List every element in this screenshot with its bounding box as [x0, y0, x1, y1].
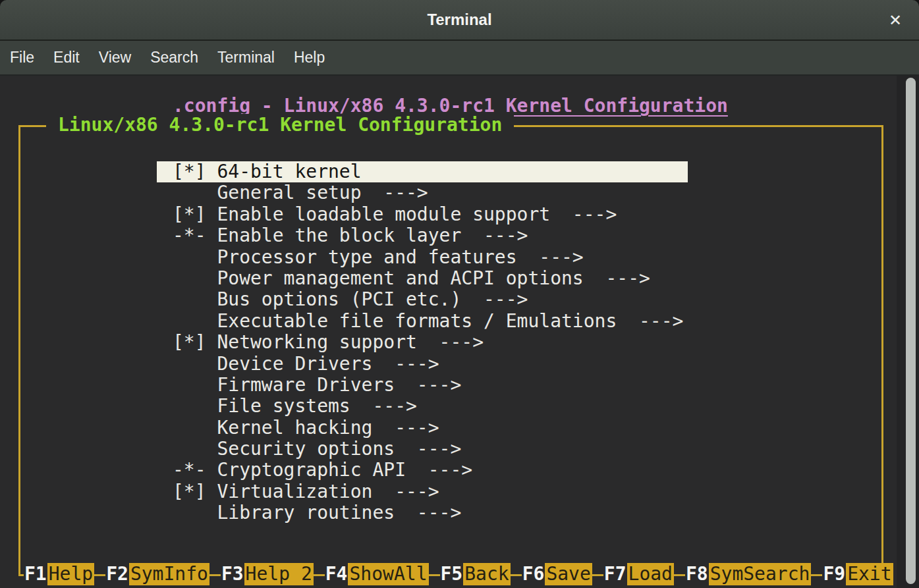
- fkey-f8[interactable]: F8SymSearch: [685, 563, 811, 585]
- fkey-f6[interactable]: F6Save: [522, 563, 592, 585]
- menu-item-text: Library routines --->: [173, 502, 461, 523]
- fkey-f5[interactable]: F5Back: [440, 563, 511, 585]
- fkey-number: F6: [522, 563, 545, 585]
- fkey-action-label: ShowAll: [348, 563, 428, 585]
- menu-item-text: [*] 64-bit kernel: [157, 161, 688, 182]
- fkey-f4[interactable]: F4ShowAll: [325, 563, 429, 585]
- menubar-item-help[interactable]: Help: [294, 49, 325, 67]
- menu-item-text: [*] Networking support --->: [173, 331, 484, 353]
- menu-item-text: Power management and ACPI options --->: [173, 267, 650, 289]
- menubar-item-search[interactable]: Search: [150, 49, 198, 67]
- fkey-action-label: Exit: [846, 563, 893, 585]
- menu-item[interactable]: Device Drivers --->: [157, 354, 688, 375]
- menu-item[interactable]: File systems --->: [157, 396, 688, 417]
- config-box-title: Linux/x86 4.3.0-rc1 Kernel Configuration: [46, 114, 514, 136]
- menubar-item-file[interactable]: File: [10, 49, 34, 67]
- menu-item[interactable]: General setup --->: [157, 182, 688, 203]
- config-menu-list: [*] 64-bit kernel General setup --->[*] …: [157, 161, 688, 524]
- close-icon[interactable]: ✕: [883, 9, 907, 32]
- menu-item[interactable]: -*- Cryptographic API --->: [157, 460, 688, 481]
- menu-item[interactable]: Security options --->: [157, 439, 688, 460]
- menu-item[interactable]: Firmware Drivers --->: [157, 375, 688, 396]
- menu-item-text: Kernel hacking --->: [173, 417, 439, 439]
- fkey-number: F9: [822, 563, 846, 585]
- menu-item[interactable]: Executable file formats / Emulations ---…: [157, 311, 688, 332]
- menu-item-text: [*] Enable loadable module support --->: [173, 203, 617, 225]
- fkey-action-label: SymSearch: [709, 563, 812, 585]
- fkey-number: F7: [603, 563, 627, 585]
- fkey-number: F4: [325, 563, 348, 585]
- menu-item-text: Device Drivers --->: [173, 353, 439, 375]
- menu-item-text: File systems --->: [173, 395, 417, 417]
- fkey-action-label: Help: [47, 563, 94, 585]
- menu-item-text: Security options --->: [173, 438, 461, 460]
- fkey-action-label: Save: [545, 563, 592, 585]
- menu-item-text: -*- Cryptographic API --->: [173, 459, 472, 481]
- fkey-f2[interactable]: F2SymInfo: [105, 563, 209, 585]
- scrollbar-thumb[interactable]: [906, 78, 916, 584]
- fkey-number: F3: [221, 563, 244, 585]
- fkey-f1[interactable]: F1Help: [24, 563, 94, 585]
- menubar: FileEditViewSearchTerminalHelp: [0, 41, 919, 76]
- fkey-number: F1: [24, 563, 47, 585]
- menu-item[interactable]: Power management and ACPI options --->: [157, 268, 688, 289]
- menu-item-text: -*- Enable the block layer --->: [173, 225, 528, 246]
- menu-item[interactable]: [*] Networking support --->: [157, 332, 688, 353]
- fkey-f7[interactable]: F7Load: [603, 563, 674, 585]
- fkey-f3[interactable]: F3Help 2: [221, 563, 314, 585]
- menu-item-text: General setup --->: [173, 182, 428, 203]
- fkey-number: F5: [440, 563, 464, 585]
- menu-item[interactable]: -*- Enable the block layer --->: [157, 225, 688, 246]
- menu-item[interactable]: Processor type and features --->: [157, 247, 688, 268]
- menu-item[interactable]: [*] 64-bit kernel: [157, 161, 688, 182]
- titlebar: Terminal ✕: [0, 0, 919, 41]
- terminal-screen: .config - Linux/x86 4.3.0-rc1 Kernel Con…: [0, 76, 919, 588]
- window-title: Terminal: [0, 0, 919, 40]
- menubar-item-view[interactable]: View: [99, 49, 131, 67]
- menu-item[interactable]: Library routines --->: [157, 502, 688, 523]
- fkey-f9[interactable]: F9Exit: [822, 563, 893, 585]
- fkey-action-label: SymInfo: [129, 563, 209, 585]
- menu-item-text: Bus options (PCI etc.) --->: [173, 288, 528, 310]
- menu-item-text: Executable file formats / Emulations ---…: [173, 310, 683, 332]
- menu-item[interactable]: [*] Enable loadable module support --->: [157, 204, 688, 225]
- menu-item-text: [*] Virtualization --->: [173, 481, 439, 502]
- fkey-number: F8: [685, 563, 709, 585]
- fkey-number: F2: [105, 563, 129, 585]
- fkey-action-label: Load: [627, 563, 674, 585]
- menubar-item-edit[interactable]: Edit: [53, 49, 80, 67]
- menubar-item-terminal[interactable]: Terminal: [217, 49, 275, 67]
- fkey-action-label: Back: [463, 563, 510, 585]
- menu-item-text: Processor type and features --->: [173, 246, 584, 268]
- menu-item[interactable]: Bus options (PCI etc.) --->: [157, 289, 688, 310]
- function-key-bar: F1HelpF2SymInfoF3Help 2F4ShowAllF5BackF6…: [24, 563, 893, 585]
- terminal-window: Terminal ✕ FileEditViewSearchTerminalHel…: [0, 0, 919, 588]
- menu-item[interactable]: [*] Virtualization --->: [157, 481, 688, 502]
- fkey-action-label: Help 2: [244, 563, 314, 585]
- menu-item[interactable]: Kernel hacking --->: [157, 417, 688, 439]
- menu-item-text: Firmware Drivers --->: [173, 374, 461, 396]
